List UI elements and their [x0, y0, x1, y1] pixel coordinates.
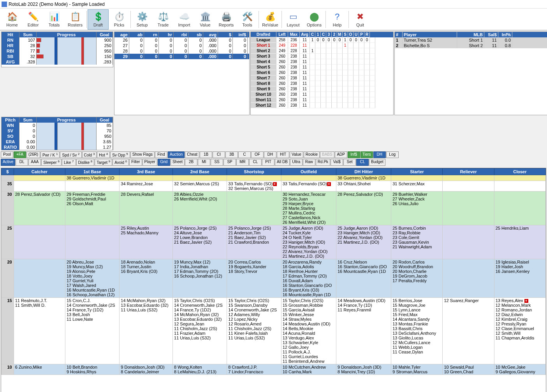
player-entry[interactable]: 16 Bryant,Kris (O3) [121, 269, 171, 274]
player-entry[interactable]: 32 Semien,Marcus (2S) [174, 181, 225, 186]
filter-mr[interactable]: MR [236, 159, 249, 165]
toolbar-help[interactable]: ?Help [327, 9, 348, 30]
toolbar-picks[interactable]: ⏱️Picks [109, 9, 130, 30]
toolbar-trade[interactable]: ⚖️Trade [153, 9, 174, 30]
player-entry[interactable]: 11 Gurriel,Lourdes [283, 354, 335, 359]
toolbar-home[interactable]: 🏠Home [2, 9, 23, 30]
player-entry[interactable]: 27 Mullins,Cedric [283, 211, 335, 215]
player-entry[interactable]: 15 Cron,C.J. [67, 298, 118, 303]
player-entry[interactable]: 15 Grossman,Robbie [283, 303, 335, 308]
player-entry[interactable]: 22 Reynolds,Bryan [283, 244, 335, 249]
player-entry[interactable]: 14 Cronenworth,Jake (2S [174, 303, 225, 308]
filter-cold[interactable]: Cold 3 [82, 151, 97, 158]
filter-cheat[interactable]: Cheat [185, 151, 199, 158]
player-entry[interactable]: 20 Woodruff,Brandon [392, 264, 441, 269]
filter-babs[interactable]: BABS [320, 151, 334, 158]
filter-ultra[interactable]: Ultra [290, 159, 303, 165]
toolbar-quit[interactable]: ✖Quit [350, 9, 371, 30]
filter-spdsv[interactable]: Spd / Sv 2 [60, 151, 81, 158]
player-entry[interactable]: 15 Swanson,Dansby [228, 303, 280, 308]
filter-dl[interactable]: DL [16, 159, 28, 165]
player-entry[interactable]: 8 Wong,Kolten [174, 365, 225, 369]
player-entry[interactable]: 19 Alonso,Pete [67, 269, 118, 274]
player-entry[interactable]: 12 Lopez,Nicky [228, 317, 280, 322]
toolbar-tools[interactable]: 🛠️Tools [237, 9, 258, 30]
player-entry[interactable]: 11 Pollock,A.J. [283, 350, 335, 354]
tier-grid[interactable]: $Catcher1st Base3rd Base2nd BaseShortsto… [1, 168, 546, 392]
player-entry[interactable]: 20 Abreu,Jose [67, 260, 118, 264]
player-entry[interactable]: 21 Martinez,J.D. (DO) [283, 254, 335, 258]
player-entry[interactable]: 25 Hendriks,Liam [496, 226, 544, 230]
filter-hot[interactable]: Hot 4 [97, 151, 110, 158]
player-entry[interactable]: 29 Buehler,Walker [392, 192, 441, 197]
player-entry[interactable]: 23 Ray,Robbie [392, 230, 441, 235]
player-entry[interactable]: 14 Meadows,Austin (OD) [338, 298, 390, 303]
toolbar-draft[interactable]: 💲Draft [88, 9, 109, 30]
player-entry[interactable]: 8 LeMahieu,D.J. (213) [174, 369, 225, 374]
filter-of[interactable]: OF [251, 151, 264, 158]
player-entry[interactable]: 12 Diaz,Edwin [496, 312, 544, 317]
player-entry[interactable]: 30 Hernandez,Teoscar [283, 192, 335, 197]
filter-dh[interactable]: DH [373, 151, 386, 158]
player-entry[interactable]: 15 Lynn,Lance [392, 308, 441, 312]
player-entry[interactable]: 21 Baez,Javier (S2) [174, 240, 225, 244]
player-entry[interactable]: 17 Walsh,Jared [67, 283, 118, 288]
player-entry[interactable]: 21 Crawford,Brandon [228, 240, 280, 244]
player-entry[interactable]: 18 Turner,Justin [121, 264, 171, 269]
player-entry[interactable]: 12 McCullers,Lance [392, 340, 441, 345]
player-entry[interactable]: 9 Stroman,Marcus [392, 369, 441, 374]
toolbar-totals[interactable]: 📊Totals [44, 9, 65, 30]
player-entry[interactable]: 26 Olson,Matt [67, 201, 118, 206]
player-entry[interactable]: 17 Gurriel,Yuli [67, 278, 118, 283]
player-entry[interactable]: 20 Morton,Charlie [392, 269, 441, 274]
filter-1b[interactable]: 1B [200, 151, 212, 158]
player-entry[interactable]: 16 Mountcastle,Ryan (1D [283, 292, 335, 297]
filter-dh[interactable]: DH [264, 151, 276, 158]
player-entry[interactable]: 12 Pressly,Ryan [496, 322, 544, 326]
player-entry[interactable]: 11 Lowe,Nate [67, 317, 118, 322]
player-entry[interactable]: 17 Edman,Tommy (2O) [283, 274, 335, 278]
player-entry[interactable]: 14 McMahon,Ryan (32) [121, 298, 171, 303]
filter-2b[interactable]: 2B [185, 159, 197, 165]
player-entry[interactable]: 25 Judge,Aaron (OD) [283, 226, 335, 230]
player-entry[interactable]: 33 Tatis,Fernando (SO)+ [283, 181, 335, 186]
player-entry[interactable]: 21 Wainwright,Adam [392, 244, 441, 249]
player-entry[interactable]: 12 Gallo,Joey [283, 345, 335, 350]
player-entry[interactable]: 15 Taylor,Chris (O2S) [228, 298, 280, 303]
player-entry[interactable]: 29 Goldschmidt,Paul [67, 197, 118, 201]
filter-log[interactable]: Log [386, 151, 399, 158]
filter-tiers[interactable]: Tiers [361, 151, 373, 158]
player-entry[interactable]: 16 Cruz,Nelson [338, 260, 390, 264]
player-entry[interactable]: 25 Burnes,Corbin [392, 226, 441, 230]
player-entry[interactable]: 10 McGee,Jake [496, 365, 544, 369]
filter-fa[interactable]: +FA [14, 151, 26, 158]
player-entry[interactable]: 14 Cronenworth,Jake (2S [67, 303, 118, 308]
player-entry[interactable]: 12 Smith,Will [496, 331, 544, 336]
player-entry[interactable]: 26 Merrifield,Whit (2O) [174, 197, 225, 201]
player-entry[interactable]: 14 France,Ty (1D2) [174, 308, 225, 312]
player-entry[interactable]: 12 Melancon,Mark [496, 303, 544, 308]
player-entry[interactable]: 21 Anderson,Tim [228, 230, 280, 235]
player-entry[interactable]: 17 Edman,Tommy (2O) [174, 269, 225, 274]
player-entry[interactable]: 11 Smith,Will D. [15, 303, 64, 308]
player-entry[interactable]: 38 Guerrero,Vladimir (1D [67, 176, 118, 180]
player-entry[interactable]: 22 Lowe,Brandon [174, 235, 225, 240]
player-entry[interactable]: 11 Kiner-Falefa,Isiah [228, 331, 280, 336]
player-entry[interactable]: 16 Jansen,Kenley [496, 269, 544, 274]
player-entry[interactable]: 12 Rosario,Amed [228, 322, 280, 326]
player-entry[interactable]: 14 France,Ty (1D) [338, 303, 390, 308]
player-entry[interactable]: 15 Garcia,Avisail [283, 308, 335, 312]
player-entry[interactable]: 11 Chapman,Aroldis [496, 336, 544, 340]
player-entry[interactable]: 12 Segura,Jean [174, 322, 225, 326]
player-entry[interactable]: 16 Stanton,Giancarlo (DO [283, 283, 335, 288]
player-entry[interactable]: 18 Renfroe,Hunter [283, 269, 335, 274]
player-entry[interactable]: 8 Candelario,Jeimer [121, 369, 171, 374]
player-entry[interactable]: 14 Betts,Mookie [283, 326, 335, 331]
player-entry[interactable]: 18 Garcia,Adolis [283, 264, 335, 269]
player-entry[interactable]: 33 Tatis,Fernando (SO)+ [228, 181, 280, 186]
player-entry[interactable]: 17 Peralta,Freddy [392, 278, 441, 283]
player-entry[interactable]: 13 Verdugo,Alex [283, 336, 335, 340]
player-entry[interactable]: 16 Schoop,Jonathan (12) [174, 274, 225, 278]
player-entry[interactable]: 28 Marte,Starling [283, 206, 335, 211]
player-entry[interactable]: 29 Harper,Bryce [283, 201, 335, 206]
